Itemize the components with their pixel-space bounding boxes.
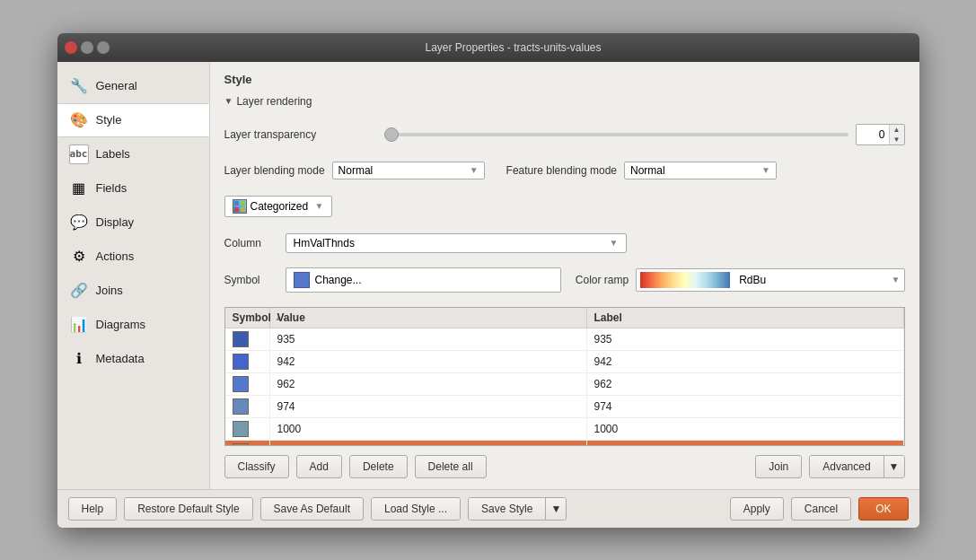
footer: Help Restore Default Style Save As Defau… [57,489,919,528]
table-row[interactable]: 935 935 [225,328,904,351]
table-body: 935 935 942 942 [225,328,904,445]
feature-blending-select[interactable]: Normal ▼ [624,162,777,179]
color-ramp-select[interactable]: RdBu ▼ [636,268,904,292]
titlebar: Layer Properties - tracts-units-values [57,33,919,62]
spin-up[interactable]: ▲ [890,125,904,135]
sidebar-label-joins: Joins [96,284,123,297]
table-row[interactable]: 974 974 [225,396,904,418]
sidebar-item-joins[interactable]: 🔗 Joins [57,274,209,308]
collapse-icon[interactable]: ▼ [224,96,233,106]
sidebar-item-fields[interactable]: ▦ Fields [57,171,209,206]
sidebar-label-metadata: Metadata [96,352,145,365]
change-symbol-button[interactable]: Change... [286,267,561,293]
sidebar-item-general[interactable]: 🔧 General [57,69,209,103]
td-symbol-4 [225,418,270,440]
close-button[interactable] [65,41,77,54]
transparency-value[interactable] [857,127,889,143]
restore-default-button[interactable]: Restore Default Style [124,497,252,521]
transparency-slider[interactable] [384,133,849,136]
svg-rect-0 [234,201,239,206]
color-ramp-bar [640,272,730,288]
classify-button[interactable]: Classify [224,455,289,478]
sidebar-item-diagrams[interactable]: 📊 Diagrams [57,308,209,342]
change-button-label: Change... [315,274,362,286]
content-area: 🔧 General 🎨 Style abc Labels ▦ Fields 💬 [57,62,919,528]
symbol-label: Symbol [224,274,278,286]
layer-blending-select[interactable]: Normal ▼ [332,162,485,179]
advanced-button[interactable]: Advanced [810,456,883,477]
sidebar-item-style[interactable]: 🎨 Style [57,103,209,137]
table-row-selected[interactable] [225,441,904,445]
td-symbol-1 [225,351,270,372]
save-style-button[interactable]: Save Style [469,498,545,520]
help-button[interactable]: Help [68,497,118,521]
labels-icon: abc [69,144,89,164]
style-panel: Style ▼ Layer rendering Layer transparen… [210,62,919,489]
table-row[interactable]: 942 942 [225,351,904,373]
swatch-4 [233,421,249,437]
sidebar-label-diagrams: Diagrams [96,318,146,331]
td-symbol-2 [225,373,270,395]
symbol-color-row: Symbol Change... Color ramp RdBu ▼ [224,267,905,293]
sidebar-item-labels[interactable]: abc Labels [57,137,209,171]
display-icon: 💬 [69,213,89,232]
sidebar-item-actions[interactable]: ⚙ Actions [57,240,209,274]
feature-blending-label: Feature blending mode [506,164,617,177]
actions-icon: ⚙ [69,247,89,267]
td-label-2: 962 [587,373,904,395]
sidebar-label-actions: Actions [96,249,135,263]
delete-button[interactable]: Delete [349,455,408,478]
transparency-row: Layer transparency ▲ ▼ [224,124,905,145]
save-as-default-button[interactable]: Save As Default [260,497,364,521]
column-label: Column [224,237,278,249]
table-row[interactable]: 962 962 [225,373,904,396]
load-style-button[interactable]: Load Style ... [372,498,460,520]
th-label-label: Label [594,311,622,324]
sidebar-item-metadata[interactable]: ℹ Metadata [57,342,209,376]
categories-table: Symbol ▲ Value Label [224,307,905,446]
svg-rect-2 [234,207,239,212]
diagrams-icon: 📊 [69,315,89,335]
layer-blending-label: Layer blending mode [224,164,325,177]
td-label-selected [587,441,904,445]
sidebar-item-display[interactable]: 💬 Display [57,206,209,240]
window-controls [65,41,110,54]
delete-all-button[interactable]: Delete all [415,455,487,478]
svg-rect-1 [241,201,245,206]
join-button[interactable]: Join [755,455,802,478]
renderer-select[interactable]: Categorized ▼ [224,196,332,217]
th-value-label: Value [277,311,305,324]
column-row: Column HmValThnds ▼ [224,233,905,253]
save-style-dropdown-button[interactable]: ▼ [545,498,566,520]
th-label: Label [587,308,904,328]
cancel-button[interactable]: Cancel [791,497,851,521]
apply-button[interactable]: Apply [730,497,784,521]
td-symbol-0 [225,328,270,350]
joins-icon: 🔗 [69,281,89,301]
minimize-button[interactable] [81,41,93,54]
column-select[interactable]: HmValThnds ▼ [286,233,627,253]
spin-arrows: ▲ ▼ [889,125,904,144]
transparency-label: Layer transparency [224,128,377,141]
sidebar-label-style: Style [96,113,122,127]
spin-down[interactable]: ▼ [890,135,904,144]
color-ramp-value: RdBu [739,274,766,286]
renderer-arrow: ▼ [315,201,324,211]
save-style-group: Save Style ▼ [468,497,567,521]
style-section-header: Style [224,73,905,86]
swatch-2 [233,376,249,392]
sidebar: 🔧 General 🎨 Style abc Labels ▦ Fields 💬 [57,62,210,489]
style-title: Style [224,73,252,86]
symbol-preview-icon [294,272,310,288]
advanced-dropdown-button[interactable]: ▼ [884,456,904,477]
metadata-icon: ℹ [69,349,89,369]
td-label-4: 1000 [587,418,904,440]
table-row[interactable]: 1000 1000 [225,418,904,441]
ok-button[interactable]: OK [858,497,908,521]
layer-blending-arrow: ▼ [470,165,479,175]
maximize-button[interactable] [97,41,110,54]
td-value-1: 942 [270,351,587,372]
window-title: Layer Properties - tracts-units-values [115,41,912,54]
add-button[interactable]: Add [296,455,342,478]
footer-right: Apply Cancel OK [730,497,909,521]
